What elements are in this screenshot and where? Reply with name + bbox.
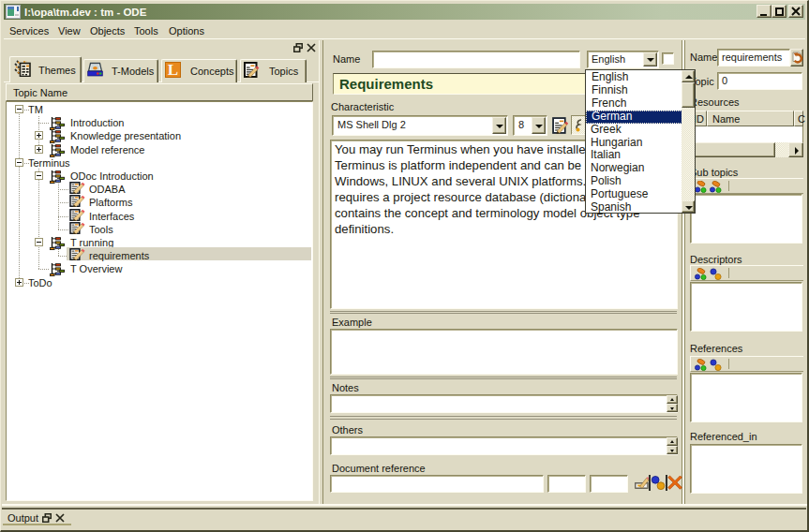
svg-text:L: L [168, 62, 178, 78]
